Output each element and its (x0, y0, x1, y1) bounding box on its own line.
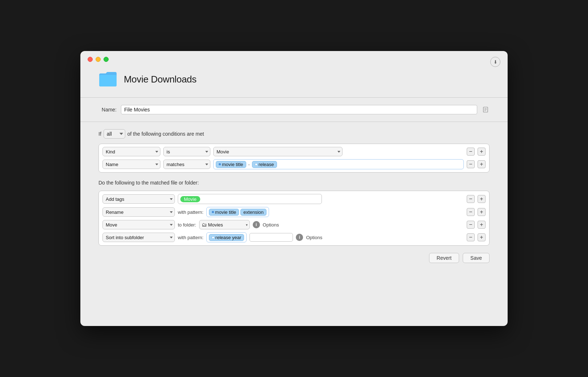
action2-pattern-field[interactable]: movie title extension (206, 207, 269, 217)
save-button[interactable]: Save (463, 253, 490, 263)
condition1-field-select[interactable]: Kind Name Extension (102, 147, 160, 156)
action-row-1: Add tags Rename Move Sort into subfolder… (102, 194, 486, 204)
rename-pattern-label: with pattern: (178, 209, 203, 215)
traffic-lights (88, 57, 109, 62)
section-divider (80, 122, 508, 122)
action4-pattern-field[interactable]: release year (206, 232, 247, 242)
folder-icon (98, 71, 117, 87)
name-label: Name: (98, 107, 117, 113)
action1-minus-button[interactable]: − (467, 195, 475, 203)
condition1-operator-select[interactable]: is is not contains (163, 147, 210, 156)
name-input[interactable] (121, 105, 477, 114)
action4-type-select[interactable]: Sort into subfolder Move Rename (102, 233, 175, 242)
condition2-plus-button[interactable]: + (478, 160, 486, 168)
revert-button[interactable]: Revert (429, 253, 459, 263)
conditions-box: Kind Name Extension is is not contains M… (98, 144, 490, 173)
all-conditions-select[interactable]: all any none (104, 129, 125, 139)
condition1-minus-button[interactable]: − (467, 148, 475, 156)
download-icon[interactable]: ⬇ (490, 57, 500, 67)
condition2-operator-select[interactable]: matches contains starts with (163, 160, 210, 169)
actions-box: Add tags Rename Move Sort into subfolder… (98, 191, 490, 246)
action2-minus-button[interactable]: − (467, 208, 475, 216)
token-sq-icon (255, 163, 257, 166)
condition1-value-select[interactable]: Movie Music Image (213, 147, 343, 156)
move-info-button[interactable]: i (253, 221, 260, 228)
rename-movie-title-token: movie title (209, 209, 239, 216)
action1-type-select[interactable]: Add tags Rename Move Sort into subfolder (102, 194, 175, 204)
main-window: ⬇ Movie Downloads Name: (80, 51, 508, 326)
bottom-buttons: Revert Save (98, 253, 490, 263)
extension-token: extension (240, 209, 266, 216)
name-row: Name: (98, 105, 490, 114)
action-row-4: Sort into subfolder Move Rename with pat… (102, 232, 486, 242)
condition2-minus-button[interactable]: − (467, 160, 475, 168)
sort-extra-input[interactable] (249, 233, 293, 242)
condition2-token-field[interactable]: movie title - release (213, 159, 464, 169)
action3-plus-button[interactable]: + (478, 221, 486, 229)
action2-type-select[interactable]: Rename Add tags Move (102, 207, 175, 217)
token-separator: - (248, 162, 251, 167)
action4-plus-button[interactable]: + (478, 233, 486, 241)
action2-plus-button[interactable]: + (478, 208, 486, 216)
conditions-suffix: of the following conditions are met (127, 131, 204, 137)
note-icon (482, 106, 490, 114)
minimize-button[interactable] (96, 57, 101, 62)
sort-info-button[interactable]: i (296, 234, 303, 241)
move-to-label: to folder: (178, 222, 196, 228)
page-title: Movie Downloads (124, 74, 197, 85)
movie-tag-token: Movie (180, 196, 200, 202)
action3-type-select[interactable]: Move Rename Add tags (102, 220, 175, 229)
action-row-3: Move Rename Add tags to folder: 🗂 Movies… (102, 220, 486, 229)
content-area: Movie Downloads Name: If all (80, 66, 508, 274)
folder-name: Movies (208, 222, 223, 228)
condition2-field-select[interactable]: Name Kind Extension (102, 160, 160, 169)
token-dot-icon (219, 163, 221, 165)
movie-title-token: movie title (216, 161, 246, 168)
action4-minus-button[interactable]: − (467, 233, 475, 241)
folder-header: Movie Downloads (98, 70, 490, 87)
action3-minus-button[interactable]: − (467, 221, 475, 229)
conditions-header: If all any none of the following conditi… (98, 129, 490, 139)
sort-options-label: Options (306, 235, 322, 240)
condition1-plus-button[interactable]: + (478, 148, 486, 156)
action-row-2: Rename Add tags Move with pattern: movie… (102, 207, 486, 217)
header-divider (80, 97, 508, 98)
move-options-label: Options (263, 222, 279, 228)
actions-header: Do the following to the matched file or … (98, 180, 490, 186)
action1-plus-button[interactable]: + (478, 195, 486, 203)
release-year-token: release year (209, 234, 244, 241)
close-button[interactable] (88, 57, 93, 62)
release-token: release (252, 161, 277, 168)
token-sq-icon2 (212, 236, 214, 239)
titlebar: ⬇ (80, 51, 508, 66)
action1-tag-field[interactable]: Movie (178, 194, 322, 204)
folder-select[interactable]: 🗂 Movies (199, 220, 250, 229)
condition-row-2: Name Kind Extension matches contains sta… (102, 159, 486, 169)
maximize-button[interactable] (104, 57, 109, 62)
folder-small-icon: 🗂 (202, 222, 207, 228)
if-label: If (98, 131, 101, 137)
condition-row-1: Kind Name Extension is is not contains M… (102, 147, 486, 156)
token-dot-icon2 (212, 211, 214, 213)
sort-pattern-label: with pattern: (178, 235, 203, 240)
